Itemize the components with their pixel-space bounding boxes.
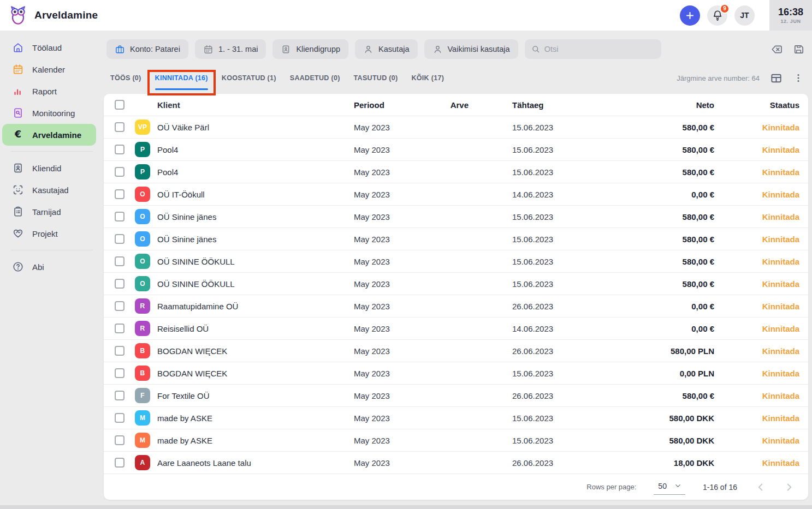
filter-chip-label: 1. - 31. mai <box>218 45 258 53</box>
search-input[interactable] <box>544 45 655 53</box>
row-checkbox[interactable] <box>115 122 125 132</box>
row-checkbox[interactable] <box>115 279 125 289</box>
table-row[interactable]: R Raamatupidamine OÜ May 2023 26.06.2023… <box>104 295 808 318</box>
chevron-right-icon[interactable] <box>783 481 795 493</box>
filter-chip[interactable]: 1. - 31. mai <box>195 39 266 59</box>
sidebar-divider <box>11 250 93 250</box>
bar-chart-icon <box>12 85 24 97</box>
status-badge[interactable]: Kinnitada <box>714 414 799 423</box>
sidebar-item-label: Arveldamine <box>32 130 81 140</box>
tab[interactable]: TÖÖS (0) <box>110 62 141 94</box>
table-row[interactable]: O OÜ Sinine jänes May 2023 15.06.2023 58… <box>104 228 808 250</box>
column-header-klient: Klient <box>152 100 354 110</box>
filter-chip[interactable]: Kliendigrupp <box>272 39 348 59</box>
select-all-checkbox[interactable] <box>115 100 125 110</box>
sidebar-item-label: Projekt <box>32 229 58 238</box>
tab[interactable]: SAADETUD (0) <box>290 62 340 94</box>
tab[interactable]: TASUTUD (0) <box>354 62 398 94</box>
sidebar-divider <box>11 151 93 152</box>
status-badge[interactable]: Kinnitada <box>714 257 799 266</box>
notifications-button[interactable]: 9 <box>707 5 727 26</box>
tab-label: SAADETUD (0) <box>290 74 340 82</box>
client-name: OÜ Sinine jänes <box>152 212 354 221</box>
client-name: OÜ SININE ÖÖKULL <box>152 257 354 266</box>
status-badge[interactable]: Kinnitada <box>714 190 799 199</box>
table-row[interactable]: A Aare Laaneots Laane talu May 2023 26.0… <box>104 452 808 474</box>
table-view-icon[interactable] <box>770 72 783 85</box>
table-row[interactable]: B BOGDAN WIĘCEK May 2023 26.06.2023 580,… <box>104 340 808 362</box>
row-checkbox[interactable] <box>115 212 125 221</box>
search-box[interactable] <box>525 39 661 59</box>
status-badge[interactable]: Kinnitada <box>714 279 799 289</box>
filter-chip[interactable]: Vaikimisi kasutaja <box>424 39 518 59</box>
row-checkbox[interactable] <box>115 458 125 468</box>
table-row[interactable]: O OÜ SININE ÖÖKULL May 2023 15.06.2023 5… <box>104 250 808 273</box>
row-checkbox[interactable] <box>115 346 125 356</box>
table-row[interactable]: P Pool4 May 2023 15.06.2023 580,00 € Kin… <box>104 161 808 183</box>
sidebar-item[interactable]: Kliendid <box>0 157 104 179</box>
row-checkbox[interactable] <box>115 391 125 400</box>
sidebar-item[interactable]: Abi <box>0 256 104 278</box>
chevron-left-icon[interactable] <box>755 481 767 493</box>
sidebar-item[interactable]: Raport <box>0 80 104 102</box>
table-row[interactable]: R Reisisellid OÜ May 2023 14.06.2023 0,0… <box>104 318 808 340</box>
sidebar-item[interactable]: € Arveldamine <box>2 124 96 146</box>
status-badge[interactable]: Kinnitada <box>714 123 799 132</box>
status-badge[interactable]: Kinnitada <box>714 212 799 221</box>
add-button[interactable] <box>680 5 700 26</box>
status-badge[interactable]: Kinnitada <box>714 391 799 400</box>
sidebar-item-label: Töölaud <box>32 43 62 52</box>
tab[interactable]: KINNITADA (16) <box>155 62 208 94</box>
status-badge[interactable]: Kinnitada <box>714 436 799 445</box>
row-checkbox[interactable] <box>115 324 125 333</box>
filter-chip[interactable]: Konto: Patarei <box>106 39 188 59</box>
rows-per-page-label: Rows per page: <box>586 483 636 491</box>
table-row[interactable]: M made by ASKE May 2023 15.06.2023 580,0… <box>104 429 808 452</box>
user-avatar[interactable]: JT <box>734 5 755 26</box>
status-badge[interactable]: Kinnitada <box>714 235 799 244</box>
net-amount-cell: 580,00 € <box>621 257 714 266</box>
status-badge[interactable]: Kinnitada <box>714 167 799 177</box>
table-row[interactable]: F For Textile OÜ May 2023 26.06.2023 580… <box>104 385 808 407</box>
table-row[interactable]: O OÜ IT-Öökull May 2023 14.06.2023 0,00 … <box>104 183 808 206</box>
row-checkbox[interactable] <box>115 368 125 378</box>
sidebar-item[interactable]: Töölaud <box>0 37 104 58</box>
save-view-icon[interactable] <box>792 43 805 56</box>
row-checkbox[interactable] <box>115 256 125 266</box>
row-checkbox[interactable] <box>115 435 125 445</box>
net-amount-cell: 580,00 PLN <box>621 346 714 356</box>
sidebar-item[interactable]: Tarnijad <box>0 201 104 223</box>
row-checkbox[interactable] <box>115 301 125 311</box>
table-row[interactable]: O OÜ Sinine jänes May 2023 15.06.2023 58… <box>104 206 808 228</box>
filter-chip[interactable]: Kasutaja <box>355 39 417 59</box>
table-row[interactable]: B BOGDAN WIĘCEK May 2023 15.06.2023 0,00… <box>104 362 808 385</box>
status-badge[interactable]: Kinnitada <box>714 458 799 468</box>
row-checkbox[interactable] <box>115 413 125 423</box>
status-badge[interactable]: Kinnitada <box>714 145 799 154</box>
tab[interactable]: KÕIK (17) <box>411 62 444 94</box>
status-badge[interactable]: Kinnitada <box>714 346 799 356</box>
table-row[interactable]: M made by ASKE May 2023 15.06.2023 580,0… <box>104 407 808 429</box>
row-checkbox[interactable] <box>115 167 125 177</box>
sidebar-item[interactable]: Projekt <box>0 223 104 244</box>
status-badge[interactable]: Kinnitada <box>714 302 799 311</box>
tab[interactable]: KOOSTATUD (1) <box>222 62 276 94</box>
net-amount-cell: 580,00 € <box>621 235 714 244</box>
sidebar-item[interactable]: Kasutajad <box>0 179 104 201</box>
table-row[interactable]: VP OÜ Väike Pärl May 2023 15.06.2023 580… <box>104 116 808 139</box>
top-header: Arveldamine 9 JT 16:38 12. JUN <box>0 0 812 31</box>
sidebar-item[interactable]: Monitooring <box>0 102 104 124</box>
row-checkbox[interactable] <box>115 234 125 244</box>
sidebar-item[interactable]: Kalender <box>0 58 104 80</box>
table-row[interactable]: P Pool4 May 2023 15.06.2023 580,00 € Kin… <box>104 139 808 161</box>
rows-per-page-select[interactable]: 50 <box>654 480 685 495</box>
briefcase-icon <box>115 44 125 55</box>
kebab-menu-icon[interactable] <box>793 73 804 83</box>
table-row[interactable]: O OÜ SININE ÖÖKULL May 2023 15.06.2023 5… <box>104 273 808 295</box>
row-checkbox[interactable] <box>115 145 125 154</box>
owl-logo-icon <box>8 5 28 26</box>
row-checkbox[interactable] <box>115 189 125 199</box>
status-badge[interactable]: Kinnitada <box>714 369 799 378</box>
status-badge[interactable]: Kinnitada <box>714 324 799 333</box>
clear-filters-icon[interactable] <box>770 43 783 56</box>
